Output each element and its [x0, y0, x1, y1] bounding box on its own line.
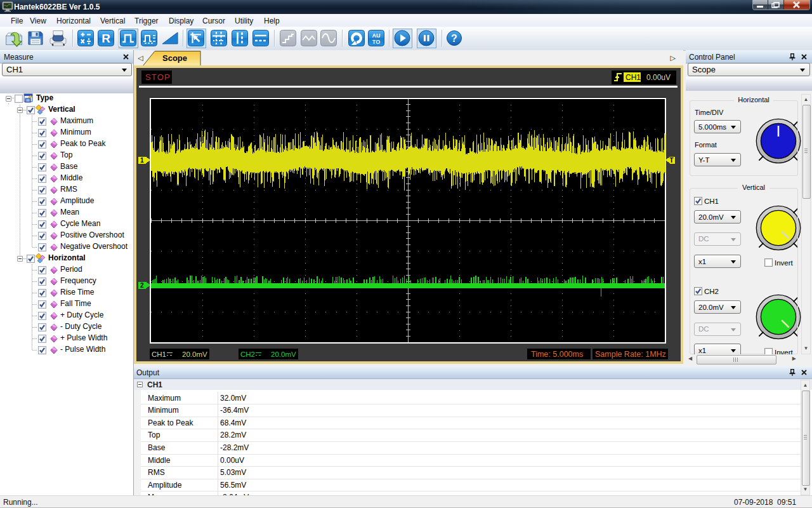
svg-text:TO: TO [372, 39, 380, 45]
svg-text:CH1: CH1 [625, 73, 641, 82]
svg-text:20.0mV: 20.0mV [271, 351, 296, 358]
svg-text:T: T [670, 157, 674, 164]
svg-text:STOP: STOP [145, 72, 171, 82]
svg-text:0.00uV: 0.00uV [646, 73, 671, 82]
svg-text:AU: AU [372, 32, 381, 39]
svg-text:Time: 5.000ms: Time: 5.000ms [531, 350, 583, 359]
svg-text:R: R [102, 32, 110, 45]
svg-text:20.0mV: 20.0mV [182, 351, 207, 358]
svg-text:2: 2 [140, 282, 144, 289]
svg-text:Sample Rate: 1MHz: Sample Rate: 1MHz [595, 350, 666, 359]
svg-text:?: ? [451, 33, 457, 44]
svg-text:CH2: CH2 [240, 351, 255, 358]
svg-text:1: 1 [140, 157, 144, 164]
svg-text:CH1: CH1 [152, 351, 166, 358]
